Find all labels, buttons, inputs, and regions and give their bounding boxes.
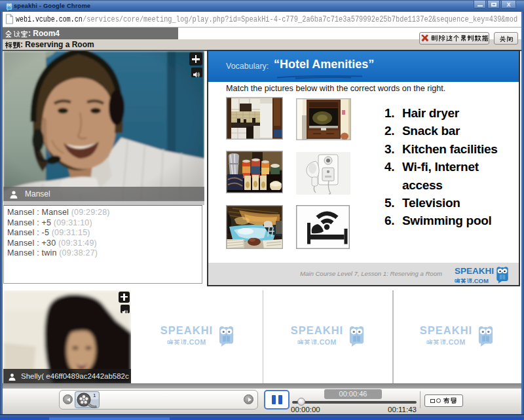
- svg-text:1: 1: [93, 392, 96, 398]
